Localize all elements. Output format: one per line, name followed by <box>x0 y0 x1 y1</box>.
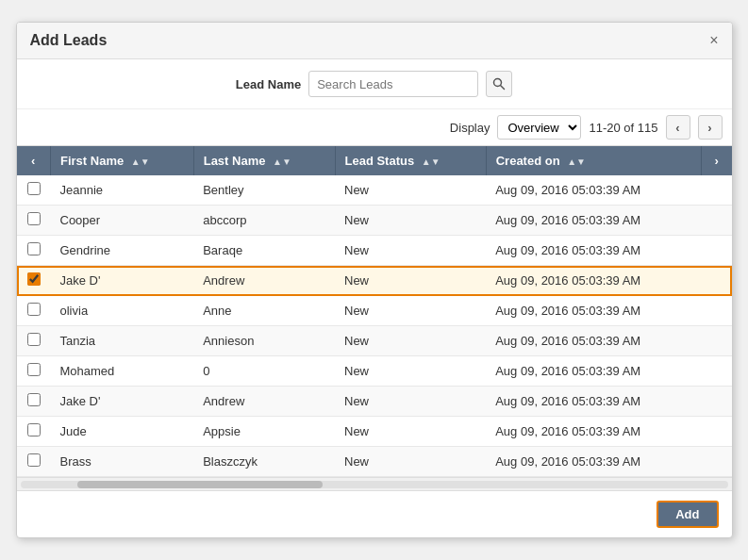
cell-first-name: olivia <box>51 296 194 326</box>
cell-first-name: Mohamed <box>51 356 194 387</box>
row-checkbox[interactable] <box>27 453 41 467</box>
add-button[interactable]: Add <box>657 501 718 528</box>
cell-first-name: Brass <box>51 447 194 477</box>
cell-created-on: Aug 09, 2016 05:03:39 AM <box>486 356 701 387</box>
cell-nav <box>702 296 732 326</box>
col-nav-right[interactable]: › <box>702 146 732 175</box>
cell-last-name: 0 <box>193 356 335 387</box>
display-row: Display Overview Detail 11-20 of 115 ‹ › <box>17 109 732 146</box>
checkbox-cell <box>17 236 51 266</box>
table-row[interactable]: Jake D'AndrewNewAug 09, 2016 05:03:39 AM <box>17 387 732 417</box>
table-row[interactable]: Jake D'AndrewNewAug 09, 2016 05:03:39 AM <box>17 266 732 296</box>
cell-last-name: abccorp <box>193 206 335 236</box>
row-checkbox[interactable] <box>27 212 41 225</box>
table-body: JeannieBentleyNewAug 09, 2016 05:03:39 A… <box>17 175 732 477</box>
table-row[interactable]: Mohamed0NewAug 09, 2016 05:03:39 AM <box>17 356 732 387</box>
next-page-button[interactable]: › <box>698 115 723 140</box>
table-row[interactable]: CooperabccorpNewAug 09, 2016 05:03:39 AM <box>17 206 732 236</box>
search-input[interactable] <box>308 71 478 97</box>
search-row: Lead Name <box>17 59 732 109</box>
table-row[interactable]: JudeAppsieNewAug 09, 2016 05:03:39 AM <box>17 417 732 447</box>
horizontal-scrollbar[interactable] <box>17 478 732 491</box>
scrollbar-track <box>21 481 728 488</box>
dialog-title: Add Leads <box>30 32 108 49</box>
cell-lead-status: New <box>335 417 486 447</box>
table-wrapper: ‹ First Name ▲▼ Last Name ▲▼ Lead Status… <box>17 146 732 478</box>
sort-arrow-status: ▲▼ <box>422 156 440 167</box>
row-checkbox[interactable] <box>27 182 41 195</box>
cell-lead-status: New <box>335 236 486 266</box>
leads-table: ‹ First Name ▲▼ Last Name ▲▼ Lead Status… <box>17 146 732 477</box>
checkbox-cell <box>17 296 51 326</box>
cell-lead-status: New <box>335 296 486 326</box>
cell-last-name: Annieson <box>193 326 335 356</box>
checkbox-cell <box>17 206 51 236</box>
checkbox-cell <box>17 266 51 296</box>
table-row[interactable]: oliviaAnneNewAug 09, 2016 05:03:39 AM <box>17 296 732 326</box>
add-leads-dialog: Add Leads × Lead Name Display Overview D… <box>16 22 733 538</box>
scrollbar-thumb <box>77 481 323 488</box>
table-row[interactable]: TanziaAnniesonNewAug 09, 2016 05:03:39 A… <box>17 326 732 356</box>
cell-created-on: Aug 09, 2016 05:03:39 AM <box>486 206 701 236</box>
row-checkbox[interactable] <box>27 303 41 316</box>
cell-created-on: Aug 09, 2016 05:03:39 AM <box>486 447 701 477</box>
cell-lead-status: New <box>335 387 486 417</box>
col-nav-left[interactable]: ‹ <box>17 146 51 175</box>
svg-line-1 <box>501 86 505 90</box>
sort-arrow-lastname: ▲▼ <box>273 156 291 167</box>
cell-last-name: Andrew <box>193 387 335 417</box>
cell-nav <box>702 266 732 296</box>
table-row[interactable]: GendrineBaraqeNewAug 09, 2016 05:03:39 A… <box>17 236 732 266</box>
col-first-name[interactable]: First Name ▲▼ <box>51 146 194 175</box>
row-checkbox[interactable] <box>27 242 41 255</box>
cell-first-name: Jake D' <box>51 266 194 296</box>
cell-lead-status: New <box>335 356 486 387</box>
cell-nav <box>702 326 732 356</box>
table-nav-right-icon: › <box>715 154 719 168</box>
cell-nav <box>702 417 732 447</box>
cell-created-on: Aug 09, 2016 05:03:39 AM <box>486 326 701 356</box>
row-checkbox[interactable] <box>27 423 41 436</box>
cell-last-name: Anne <box>193 296 335 326</box>
table-row[interactable]: JeannieBentleyNewAug 09, 2016 05:03:39 A… <box>17 175 732 206</box>
cell-first-name: Jake D' <box>51 387 194 417</box>
cell-nav <box>702 387 732 417</box>
cell-first-name: Jeannie <box>51 175 194 206</box>
display-select[interactable]: Overview Detail <box>497 115 581 140</box>
cell-last-name: Bentley <box>193 175 335 206</box>
cell-first-name: Tanzia <box>51 326 194 356</box>
cell-first-name: Gendrine <box>51 236 194 266</box>
cell-last-name: Blaszczyk <box>193 447 335 477</box>
col-last-name[interactable]: Last Name ▲▼ <box>193 146 335 175</box>
cell-nav <box>702 356 732 387</box>
cell-nav <box>702 206 732 236</box>
col-lead-status[interactable]: Lead Status ▲▼ <box>335 146 486 175</box>
checkbox-cell <box>17 387 51 417</box>
row-checkbox[interactable] <box>27 393 41 406</box>
cell-last-name: Andrew <box>193 266 335 296</box>
row-checkbox[interactable] <box>27 272 41 286</box>
search-icon <box>492 77 506 91</box>
close-button[interactable]: × <box>709 33 718 48</box>
pagination-info: 11-20 of 115 <box>589 121 657 135</box>
table-row[interactable]: BrassBlaszczykNewAug 09, 2016 05:03:39 A… <box>17 447 732 477</box>
search-button[interactable] <box>486 71 512 97</box>
table-nav-left-icon: ‹ <box>31 154 35 168</box>
display-label: Display <box>450 121 490 135</box>
dialog-footer: Add <box>17 491 732 537</box>
cell-created-on: Aug 09, 2016 05:03:39 AM <box>486 417 701 447</box>
cell-created-on: Aug 09, 2016 05:03:39 AM <box>486 296 701 326</box>
cell-lead-status: New <box>335 206 486 236</box>
search-label: Lead Name <box>236 77 301 91</box>
prev-page-button[interactable]: ‹ <box>666 115 690 140</box>
col-created-on[interactable]: Created on ▲▼ <box>486 146 701 175</box>
cell-created-on: Aug 09, 2016 05:03:39 AM <box>486 175 701 206</box>
checkbox-cell <box>17 356 51 387</box>
row-checkbox[interactable] <box>27 333 41 346</box>
row-checkbox[interactable] <box>27 363 41 376</box>
cell-created-on: Aug 09, 2016 05:03:39 AM <box>486 236 701 266</box>
cell-nav <box>702 447 732 477</box>
cell-nav <box>702 236 732 266</box>
sort-arrow-created: ▲▼ <box>567 156 586 167</box>
cell-first-name: Jude <box>51 417 194 447</box>
